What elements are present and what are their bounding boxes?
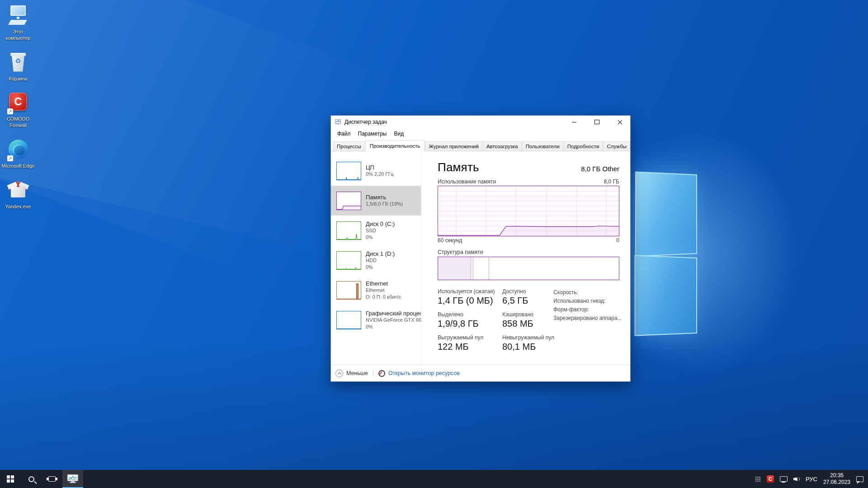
footer-separator — [373, 370, 373, 377]
memory-pane-title: Память — [438, 160, 479, 174]
system-tray: C РУС 20:35 27.06.2023 — [755, 470, 868, 488]
tab-3[interactable]: Автозагрузка — [483, 141, 522, 151]
sidebar-mini-chart — [336, 221, 361, 240]
stat-label: Выделено — [438, 311, 502, 318]
this-pc-icon — [6, 5, 30, 27]
comodo-tray-icon[interactable]: C — [767, 475, 774, 483]
action-center-icon[interactable] — [856, 476, 863, 482]
taskbar: C РУС 20:35 27.06.2023 — [0, 470, 868, 488]
sidebar-item-2[interactable]: Диск 0 (C:)SSD0% — [331, 216, 421, 245]
network-tray-icon[interactable] — [780, 476, 788, 482]
hardware-info-line: Скорость: — [553, 288, 621, 297]
taskbar-task-manager-button[interactable] — [62, 470, 83, 488]
desktop-icon-label: COMODO Firewall — [1, 116, 35, 129]
performance-sidebar: ЦП0% 2,20 ГГцПамять1,5/8,0 ГБ (19%)Диск … — [331, 151, 421, 365]
stat-value: 1,9/9,8 ГБ — [438, 319, 502, 329]
sidebar-mini-chart — [336, 251, 361, 270]
sidebar-item-3[interactable]: Диск 1 (D:)HDD0% — [331, 245, 421, 275]
memory-stats: Используется (сжатая)1,4 ГБ (0 МБ)Доступ… — [438, 288, 619, 352]
task-view-icon — [48, 476, 56, 482]
stat-label: Кэшировано — [502, 311, 554, 318]
stat-value: 1,4 ГБ (0 МБ) — [438, 296, 502, 306]
performance-content: ЦП0% 2,20 ГГцПамять1,5/8,0 ГБ (19%)Диск … — [331, 151, 630, 365]
language-indicator[interactable]: РУС — [806, 476, 817, 483]
sidebar-item-0[interactable]: ЦП0% 2,20 ГГц — [331, 156, 421, 186]
volume-tray-icon[interactable] — [793, 476, 800, 482]
hardware-info-line: Форм-фактор: — [553, 305, 621, 314]
memory-stat-2: Выделено1,9/9,8 ГБ — [438, 311, 502, 329]
menu-item-2[interactable]: Вид — [390, 129, 407, 138]
comodo-firewall-icon: C ↗ — [6, 92, 30, 114]
taskbar-clock[interactable]: 20:35 27.06.2023 — [823, 472, 850, 486]
maximize-button[interactable] — [587, 116, 607, 128]
desktop: Этот компьютер ♻ Корзина C ↗ COMODO Fire… — [0, 0, 868, 488]
close-button[interactable] — [610, 116, 630, 128]
tab-6[interactable]: Службы — [603, 141, 630, 151]
tab-2[interactable]: Журнал приложений — [425, 141, 482, 151]
sidebar-item-text: Графический процессорNVIDIA GeForce GTX … — [366, 310, 421, 330]
sidebar-mini-chart — [336, 281, 361, 300]
sidebar-item-4[interactable]: EthernetEthernetО: 0 П: 0 кбит/с — [331, 275, 421, 305]
minimize-button[interactable] — [564, 116, 584, 128]
start-button[interactable] — [0, 470, 21, 488]
sidebar-item-text: Память1,5/8,0 ГБ (19%) — [366, 194, 421, 207]
time-axis-right: 0 — [616, 237, 619, 244]
sidebar-item-name: Ethernet — [366, 280, 421, 287]
tab-4[interactable]: Пользователи — [522, 141, 563, 151]
sidebar-item-text: Диск 1 (D:)HDD0% — [366, 250, 421, 271]
sidebar-mini-chart — [336, 311, 361, 329]
sidebar-item-sub: 0% — [366, 264, 421, 271]
memory-stat-1: Доступно6,5 ГБ — [502, 288, 554, 306]
desktop-icon-label: Этот компьютер — [1, 29, 35, 42]
sidebar-item-1[interactable]: Память1,5/8,0 ГБ (19%) — [331, 186, 421, 216]
search-icon — [28, 476, 34, 482]
title-bar[interactable]: Диспетчер задач — [331, 116, 630, 128]
sidebar-item-sub: SSD — [366, 227, 421, 234]
stat-label: Выгружаемый пул — [438, 334, 502, 341]
hardware-info-line: Использовано гнезд: — [553, 297, 621, 305]
open-resource-monitor-link[interactable]: Открыть монитор ресурсов — [388, 370, 460, 376]
tab-5[interactable]: Подробности — [564, 141, 603, 151]
desktop-icon-comodo-firewall[interactable]: C ↗ COMODO Firewall — [1, 92, 35, 129]
sidebar-item-sub: Ethernet — [366, 287, 421, 294]
tab-1[interactable]: Производительность — [365, 140, 425, 151]
tab-strip: ПроцессыПроизводительностьЖурнал приложе… — [331, 139, 630, 151]
sidebar-item-name: Диск 0 (C:) — [366, 221, 421, 227]
menu-item-1[interactable]: Параметры — [354, 129, 391, 138]
sidebar-item-sub: NVIDIA GeForce GTX 660 — [366, 317, 421, 324]
sidebar-item-sub: 0% — [366, 234, 421, 241]
sidebar-item-sub: 1,5/8,0 ГБ (19%) — [366, 201, 421, 207]
sidebar-item-sub: 0% — [366, 324, 421, 330]
menu-item-0[interactable]: Файл — [334, 129, 354, 138]
window-title: Диспетчер задач — [344, 119, 561, 125]
tab-0[interactable]: Процессы — [333, 141, 365, 151]
desktop-icon-yandex[interactable]: Y Yandex.exe — [1, 179, 35, 210]
sidebar-item-name: Диск 1 (D:) — [366, 250, 421, 257]
sidebar-item-text: EthernetEthernetО: 0 П: 0 кбит/с — [366, 280, 421, 300]
task-view-button[interactable] — [42, 470, 62, 488]
sidebar-item-sub: HDD — [366, 257, 421, 264]
search-button[interactable] — [21, 470, 42, 488]
sidebar-item-name: ЦП — [366, 164, 421, 171]
stat-value: 80,1 МБ — [502, 342, 554, 352]
less-details-button[interactable]: Меньше — [346, 370, 368, 376]
sidebar-item-sub: О: 0 П: 0 кбит/с — [366, 294, 421, 300]
memory-total-capacity: 8,0 ГБ Other — [581, 165, 619, 173]
sidebar-item-5[interactable]: Графический процессорNVIDIA GeForce GTX … — [331, 305, 421, 335]
collapse-details-icon[interactable] — [335, 370, 343, 377]
task-manager-window: Диспетчер задач ФайлПараметрыВид Процесс… — [330, 115, 631, 382]
yandex-box-icon: Y — [6, 179, 30, 202]
memory-composition-label: Структура памяти — [438, 249, 619, 255]
desktop-icon-this-pc[interactable]: Этот компьютер — [1, 5, 35, 42]
desktop-icon-recycle-bin[interactable]: ♻ Корзина — [1, 52, 35, 82]
hidden-icons-grid-icon[interactable] — [755, 476, 761, 482]
sidebar-item-sub: 0% 2,20 ГГц — [366, 171, 421, 178]
desktop-icon-microsoft-edge[interactable]: ↗ Microsoft Edge — [1, 139, 35, 169]
sidebar-item-name: Графический процессор — [366, 310, 421, 317]
memory-stat-0: Используется (сжатая)1,4 ГБ (0 МБ) — [438, 288, 502, 306]
memory-usage-graph — [438, 186, 619, 236]
desktop-icon-label: Корзина — [9, 76, 28, 82]
usage-chart-label: Использование памяти — [438, 178, 496, 185]
microsoft-edge-icon: ↗ — [6, 139, 30, 161]
stat-label: Невыгружаемый пул — [502, 334, 554, 341]
